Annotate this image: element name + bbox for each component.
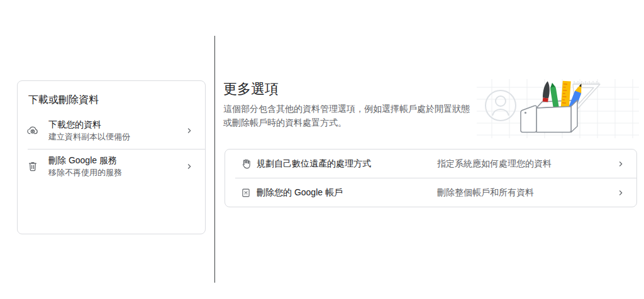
delete-account-icon <box>240 187 252 198</box>
chevron-right-icon <box>185 126 194 135</box>
row-subtitle: 建立資料副本以便備份 <box>48 131 130 143</box>
toolbox-illustration <box>477 77 639 143</box>
row-text: 刪除 Google 服務 移除不再使用的服務 <box>48 155 122 178</box>
row-subtitle: 移除不再使用的服務 <box>48 167 122 178</box>
section-divider <box>214 36 215 283</box>
chevron-right-icon <box>185 162 194 171</box>
trash-icon <box>26 160 39 173</box>
section-description: 這個部分包含其他的資料管理選項，例如選擇帳戶處於閒置狀態 或刪除帳戶時的資料處置… <box>223 102 470 129</box>
section-heading: 更多選項 <box>223 81 279 97</box>
row-title: 刪除 Google 服務 <box>48 155 122 166</box>
more-options-card: 規劃自己數位遺產的處理方式 指定系統應如何處理您的資料 刪除您的 Google … <box>225 149 637 207</box>
card-title: 下載或刪除資料 <box>28 93 195 107</box>
row-secondary: 指定系統應如何處理您的資料 <box>437 158 552 170</box>
row-delete-account[interactable]: 刪除您的 Google 帳戶 刪除整個帳戶和所有資料 <box>225 178 636 207</box>
row-title: 規劃自己數位遺產的處理方式 <box>257 158 371 170</box>
row-digital-legacy[interactable]: 規劃自己數位遺產的處理方式 指定系統應如何處理您的資料 <box>225 150 636 178</box>
chevron-right-icon <box>616 160 625 168</box>
row-text: 下載您的資料 建立資料副本以便備份 <box>48 119 130 143</box>
cloud-download-icon <box>26 124 39 137</box>
description-line-1: 這個部分包含其他的資料管理選項，例如選擇帳戶處於閒置狀態 <box>223 102 470 116</box>
row-title: 下載您的資料 <box>48 119 130 131</box>
row-secondary: 刪除整個帳戶和所有資料 <box>437 187 534 198</box>
description-line-2: 或刪除帳戶時的資料處置方式。 <box>223 116 470 129</box>
download-delete-card: 下載或刪除資料 下載您的資料 建立資料副本以便備份 <box>17 80 206 234</box>
row-download-your-data[interactable]: 下載您的資料 建立資料副本以便備份 <box>18 112 205 149</box>
page: 下載或刪除資料 下載您的資料 建立資料副本以便備份 <box>0 0 644 299</box>
chevron-right-icon <box>616 188 625 197</box>
row-title: 刪除您的 Google 帳戶 <box>257 187 343 198</box>
row-delete-google-service[interactable]: 刪除 Google 服務 移除不再使用的服務 <box>18 150 205 183</box>
hand-icon <box>240 158 252 170</box>
